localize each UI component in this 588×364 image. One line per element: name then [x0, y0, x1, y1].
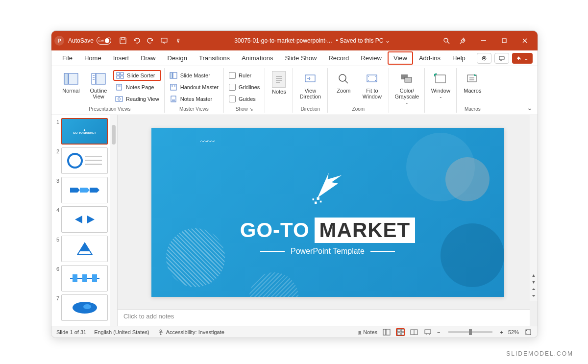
notes-master-button[interactable]: Notes Master	[168, 94, 220, 104]
language-indicator[interactable]: English (United States)	[94, 329, 149, 335]
color-grayscale-button[interactable]: Color/ Grayscale⌄	[392, 70, 421, 106]
checkbox-icon	[229, 84, 236, 91]
camera-button[interactable]	[477, 53, 491, 64]
slide-view[interactable]: 〰〰 GO-TO MARKET PowerPoint Template	[118, 115, 538, 309]
thumb-slide-2[interactable]	[61, 147, 108, 174]
autosave-toggle[interactable]: AutoSave Off	[68, 37, 111, 45]
vertical-scrollbar[interactable]: ▲ ▼ ⏶ ⏷	[530, 115, 538, 301]
slide-sorter-icon	[116, 72, 124, 79]
thumb-row[interactable]: 4	[53, 206, 115, 233]
menu-file[interactable]: File	[56, 51, 78, 65]
scroll-down-icon[interactable]: ▼	[531, 280, 537, 286]
slide-sorter-button[interactable]: Slide Sorter	[113, 70, 161, 81]
quick-access-more-icon[interactable]: ⊽	[171, 34, 185, 48]
slideshow-icon[interactable]	[157, 34, 171, 48]
zoom-level[interactable]: 52%	[508, 329, 519, 335]
thumb-number: 3	[53, 177, 59, 184]
accessibility-button[interactable]: Accessibility: Investigate	[157, 329, 224, 336]
menu-addins[interactable]: Add-ins	[413, 51, 446, 65]
ribbon-collapse-icon[interactable]: ⌄	[527, 104, 533, 112]
notes-button[interactable]: Notes	[268, 70, 290, 96]
undo-icon[interactable]	[130, 34, 144, 48]
fit-to-window-button[interactable]: Fit to Window	[358, 70, 386, 100]
thumb-slide-7[interactable]	[61, 294, 108, 321]
zoom-button[interactable]: Zoom	[331, 70, 356, 95]
thumb-slide-5[interactable]	[61, 236, 108, 262]
thumb-row[interactable]: 2	[53, 147, 115, 174]
handout-master-button[interactable]: Handout Master	[168, 82, 220, 93]
reading-view-button[interactable]: Reading View	[113, 94, 161, 104]
search-icon[interactable]	[440, 34, 453, 48]
notes-input[interactable]: Click to add notes	[118, 309, 530, 326]
macros-button[interactable]: Macros	[460, 70, 485, 95]
plug-icon[interactable]	[453, 34, 473, 48]
menu-review[interactable]: Review	[355, 51, 388, 65]
normal-button[interactable]: Normal	[58, 70, 84, 95]
svg-rect-61	[317, 197, 319, 200]
save-status[interactable]: • Saved to this PC ⌄	[336, 37, 390, 44]
svg-point-39	[339, 74, 346, 81]
redo-icon[interactable]	[144, 34, 157, 48]
thumb-number: 6	[53, 265, 59, 272]
outline-view-button[interactable]: Outline View	[86, 70, 111, 100]
slide-counter[interactable]: Slide 1 of 31	[56, 329, 86, 335]
zoom-label: Zoom	[352, 105, 365, 113]
notes-page-button[interactable]: Notes Page	[113, 82, 161, 93]
view-direction-button[interactable]: View Direction	[296, 70, 324, 100]
thumb-row[interactable]: 6	[53, 265, 115, 291]
thumb-slide-3[interactable]	[61, 177, 108, 203]
thumb-row[interactable]: 1▲GO-TO MARKET	[53, 118, 115, 145]
minimize-button[interactable]	[474, 34, 493, 48]
menu-transitions[interactable]: Transitions	[193, 51, 236, 65]
svg-rect-19	[117, 73, 120, 75]
menu-design[interactable]: Design	[162, 51, 193, 65]
guides-checkbox[interactable]: Guides	[227, 94, 262, 104]
prev-slide-icon[interactable]: ⏶	[531, 287, 537, 292]
slideshow-view-icon[interactable]	[423, 328, 432, 336]
thumb-number: 4	[53, 206, 59, 213]
fit-window-icon[interactable]	[524, 328, 533, 336]
menu-record[interactable]: Record	[322, 51, 355, 65]
svg-rect-64	[312, 198, 314, 200]
thumb-row[interactable]: 7	[53, 294, 115, 321]
slide-sorter-view-icon[interactable]	[396, 328, 405, 336]
menu-slide-show[interactable]: Slide Show	[279, 51, 322, 65]
zoom-handle[interactable]	[469, 329, 472, 335]
svg-point-10	[483, 57, 485, 59]
maximize-button[interactable]	[494, 34, 514, 48]
thumb-slide-4[interactable]	[61, 206, 108, 233]
reading-view-icon[interactable]	[410, 328, 418, 336]
close-button[interactable]	[515, 34, 535, 48]
share-button[interactable]: ⌄	[512, 53, 533, 64]
zoom-slider[interactable]	[448, 331, 492, 333]
slide-master-button[interactable]: Slide Master	[168, 70, 220, 81]
normal-view-icon[interactable]	[382, 328, 391, 336]
decor-circle	[249, 272, 298, 297]
thumb-row[interactable]: 3	[53, 177, 115, 203]
comments-button[interactable]	[494, 53, 509, 64]
menu-draw[interactable]: Draw	[135, 51, 161, 65]
save-icon[interactable]	[116, 34, 130, 48]
thumb-number: 7	[53, 294, 59, 301]
svg-rect-14	[92, 73, 96, 84]
menu-view[interactable]: View	[388, 51, 413, 65]
svg-rect-2	[161, 38, 167, 42]
ruler-checkbox[interactable]: Ruler	[227, 70, 262, 81]
next-slide-icon[interactable]: ⏷	[531, 293, 537, 299]
scrollbar-handle[interactable]	[112, 125, 116, 145]
thumb-row[interactable]: 5	[53, 236, 115, 262]
thumbs-scrollbar[interactable]	[110, 115, 117, 326]
scroll-up-icon[interactable]: ▲	[531, 273, 537, 279]
zoom-out-button[interactable]: −	[437, 329, 440, 335]
notes-toggle[interactable]: ≡ Notes	[358, 329, 377, 335]
thumb-slide-6[interactable]	[61, 265, 108, 291]
menu-home[interactable]: Home	[78, 51, 107, 65]
thumb-slide-1[interactable]: ▲GO-TO MARKET	[61, 118, 108, 145]
gridlines-checkbox[interactable]: Gridlines	[227, 82, 262, 93]
svg-rect-0	[120, 38, 126, 44]
menu-help[interactable]: Help	[446, 51, 471, 65]
menu-animations[interactable]: Animations	[236, 51, 279, 65]
window-button[interactable]: Window⌄	[428, 70, 453, 100]
menu-insert[interactable]: Insert	[107, 51, 135, 65]
zoom-in-button[interactable]: +	[500, 329, 503, 335]
